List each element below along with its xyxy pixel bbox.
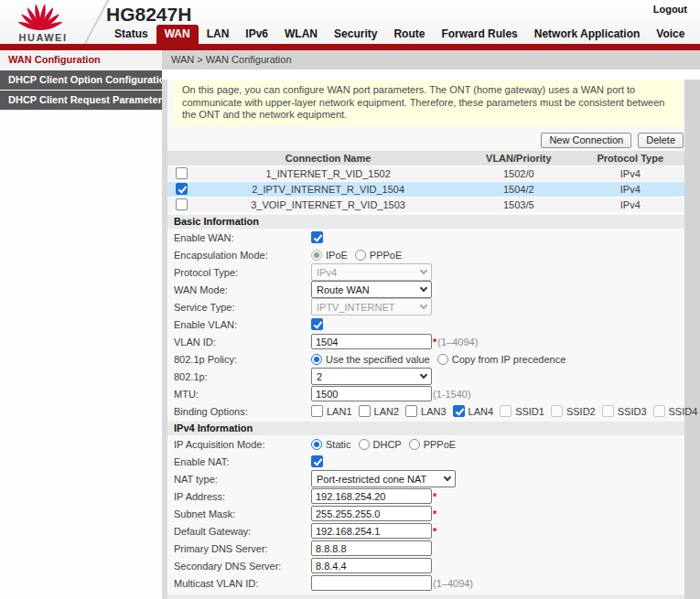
enable-nat-checkbox[interactable] xyxy=(311,455,323,467)
ssid1-checkbox[interactable] xyxy=(500,405,512,417)
service-type-select[interactable]: IPTV_INTERNET xyxy=(311,298,432,316)
checkbox-column-header xyxy=(167,151,195,166)
field-label: VLAN ID: xyxy=(174,337,311,348)
form-row-nat-type: NAT type: Port-restricted cone NAT xyxy=(167,470,684,487)
enable-wan-checkbox[interactable] xyxy=(311,231,323,243)
field-label: Secondary DNS Server: xyxy=(174,561,311,572)
sidebar-item-wan-configuration[interactable]: WAN Configuration xyxy=(0,50,162,70)
lan1-checkbox[interactable] xyxy=(311,405,323,417)
row-checkbox[interactable] xyxy=(176,198,188,210)
form-row-mtu: MTU: (1-1540) xyxy=(167,385,684,402)
mtu-input[interactable] xyxy=(311,386,432,401)
tab-status[interactable]: Status xyxy=(106,25,156,44)
8021p-select[interactable]: 2 xyxy=(311,368,432,385)
field-label: Binding Options: xyxy=(174,406,311,417)
vlan-id-input[interactable] xyxy=(311,334,432,349)
form-row-subnet-mask: Subnet Mask: * xyxy=(167,505,684,522)
form-row-ip-acquisition-mode: IP Acquisition Mode: Static DHCP PPPoE xyxy=(167,435,684,453)
lan4-checkbox[interactable] xyxy=(453,405,465,417)
connection-name-cell: 1_INTERNET_R_VID_1502 xyxy=(195,166,461,182)
field-label: Subnet Mask: xyxy=(174,508,311,519)
required-asterisk: * xyxy=(433,337,436,348)
checkbox-label: LAN3 xyxy=(421,406,447,417)
tab-lan[interactable]: LAN xyxy=(199,25,238,44)
checkbox-label: SSID1 xyxy=(515,406,544,417)
sidebar: WAN Configuration DHCP Client Option Con… xyxy=(0,50,162,599)
delete-button[interactable]: Delete xyxy=(638,133,684,148)
field-label: NAT type: xyxy=(174,474,311,485)
lan3-checkbox[interactable] xyxy=(405,405,417,417)
field-label: Default Gateway: xyxy=(174,526,311,537)
field-label: Encapsulation Mode: xyxy=(174,250,311,261)
nat-type-select[interactable]: Port-restricted cone NAT xyxy=(311,470,456,487)
tab-wan[interactable]: WAN xyxy=(156,25,199,44)
info-box: On this page, you can configure WAN port… xyxy=(173,80,683,126)
tab-security[interactable]: Security xyxy=(326,25,385,44)
column-header-vlan-priority: VLAN/Priority xyxy=(461,151,576,166)
required-asterisk: * xyxy=(433,526,436,537)
ssid3-checkbox[interactable] xyxy=(602,405,614,417)
ip-address-input[interactable] xyxy=(311,488,432,504)
vlan-priority-cell: 1502/0 xyxy=(461,166,576,182)
ssid2-checkbox[interactable] xyxy=(551,405,563,417)
form-row-enable-nat: Enable NAT: xyxy=(167,453,684,470)
tab-system-tools[interactable]: System Tools xyxy=(693,25,700,44)
checkbox-label: LAN4 xyxy=(468,406,494,417)
radio-label: Static xyxy=(326,439,351,450)
pppoe-acquisition-radio[interactable] xyxy=(409,439,420,450)
table-row: 1_INTERNET_R_VID_1502 1502/0 IPv4 xyxy=(167,166,684,182)
breadcrumb: WAN > WAN Configuration xyxy=(162,50,700,70)
subnet-mask-input[interactable] xyxy=(311,506,432,521)
ssid4-checkbox[interactable] xyxy=(653,405,665,417)
static-radio[interactable] xyxy=(311,439,322,450)
tab-voice[interactable]: Voice xyxy=(648,25,693,44)
field-label: IP Address: xyxy=(174,491,311,502)
radio-label: PPPoE xyxy=(424,439,456,450)
range-hint: (1–4094) xyxy=(433,578,473,589)
radio-label: Copy from IP precedence xyxy=(452,354,566,365)
tab-wlan[interactable]: WLAN xyxy=(276,25,326,44)
page-title: HG8247H xyxy=(106,4,191,26)
default-gateway-input[interactable] xyxy=(311,523,432,539)
tab-network-application[interactable]: Network Application xyxy=(526,25,649,44)
copy-from-ip-precedence-radio[interactable] xyxy=(437,354,448,365)
ipoe-radio[interactable] xyxy=(311,250,322,261)
field-label: Protocol Type: xyxy=(174,267,311,278)
form-row-service-type: Service Type: IPTV_INTERNET xyxy=(167,298,684,316)
primary-dns-input[interactable] xyxy=(311,540,432,556)
enable-vlan-checkbox[interactable] xyxy=(311,318,323,330)
tab-route[interactable]: Route xyxy=(385,25,433,44)
dhcp-radio[interactable] xyxy=(359,439,370,450)
multicast-vlan-id-input[interactable] xyxy=(311,575,432,591)
checkbox-label: SSID3 xyxy=(618,406,647,417)
table-header-row: Connection Name VLAN/Priority Protocol T… xyxy=(167,151,684,166)
wan-mode-select[interactable]: Route WAN xyxy=(311,281,432,298)
logout-link[interactable]: Logout xyxy=(653,4,687,15)
select-value: 2 xyxy=(317,371,322,382)
form-row-binding-options: Binding Options: LAN1 LAN2 LAN3 LAN4 SSI… xyxy=(167,402,684,420)
form-row-protocol-type: Protocol Type: IPv4 xyxy=(167,263,684,281)
huawei-logo: HUAWEI xyxy=(15,2,71,43)
tab-ipv6[interactable]: IPv6 xyxy=(237,25,276,44)
range-hint: (1-1540) xyxy=(433,389,471,400)
pppoe-radio[interactable] xyxy=(355,250,366,261)
content: On this page, you can configure WAN port… xyxy=(162,80,700,599)
radio-label: PPPoE xyxy=(370,250,402,261)
new-connection-button[interactable]: New Connection xyxy=(541,133,631,148)
tab-forward-rules[interactable]: Forward Rules xyxy=(433,25,525,44)
lan2-checkbox[interactable] xyxy=(359,405,371,417)
use-specified-value-radio[interactable] xyxy=(311,354,322,365)
required-asterisk: * xyxy=(433,491,436,502)
sidebar-item-dhcp-client-request-parameter[interactable]: DHCP Client Request Parameter xyxy=(0,91,162,110)
sidebar-item-dhcp-client-option-configuration[interactable]: DHCP Client Option Configuration xyxy=(0,70,162,90)
table-actions: New Connection Delete xyxy=(167,133,684,148)
row-checkbox[interactable] xyxy=(176,183,188,195)
protocol-type-select[interactable]: IPv4 xyxy=(311,263,432,281)
row-checkbox[interactable] xyxy=(176,167,188,179)
required-asterisk: * xyxy=(433,508,436,519)
table-row: 3_VOIP_INTERNET_R_VID_1503 1503/5 IPv4 xyxy=(167,198,684,213)
radio-label: IPoE xyxy=(326,250,348,261)
form-row-multicast-vlan-id: Multicast VLAN ID: (1–4094) xyxy=(167,574,684,592)
main-area: WAN > WAN Configuration On this page, yo… xyxy=(162,50,700,599)
secondary-dns-input[interactable] xyxy=(311,558,432,573)
